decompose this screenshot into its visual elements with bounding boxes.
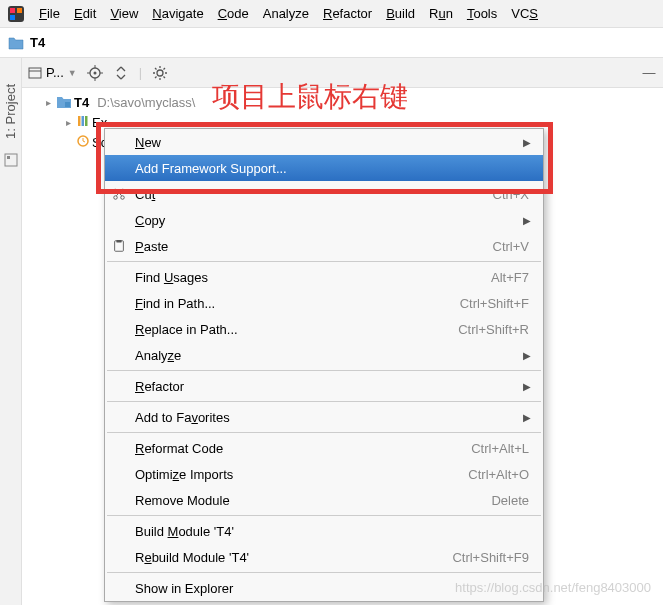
app-icon — [8, 6, 24, 22]
structure-icon[interactable] — [4, 153, 18, 167]
svg-line-23 — [116, 189, 122, 196]
chevron-right-icon: ▶ — [523, 350, 535, 361]
rail-project-tab[interactable]: 1: Project — [1, 78, 20, 145]
context-menu-separator — [107, 370, 541, 371]
ctx-item-shortcut: Ctrl+Shift+F — [460, 296, 535, 311]
ctx-item-label: Remove Module — [135, 493, 491, 508]
left-rail: 1: Project — [0, 58, 22, 605]
ctx-item-shortcut: Alt+F7 — [491, 270, 535, 285]
path-project[interactable]: T4 — [30, 35, 45, 50]
context-menu-separator — [107, 432, 541, 433]
svg-rect-5 — [7, 156, 10, 159]
ctx-item-label: Optimize Imports — [135, 467, 468, 482]
menu-edit[interactable]: Edit — [67, 4, 103, 23]
ctx-item-shortcut: Ctrl+Shift+F9 — [452, 550, 535, 565]
collapse-icon[interactable]: — — [641, 65, 657, 81]
svg-point-9 — [93, 71, 96, 74]
chevron-right-icon: ▶ — [523, 381, 535, 392]
context-menu-separator — [107, 572, 541, 573]
ctx-item-shortcut: Ctrl+Alt+O — [468, 467, 535, 482]
ctx-item-label: Find in Path... — [135, 296, 460, 311]
watermark: https://blog.csdn.net/feng8403000 — [455, 580, 651, 595]
ctx-add-framework-support[interactable]: Add Framework Support... — [105, 155, 543, 181]
path-bar: T4 — [0, 28, 663, 58]
menubar: FileEditViewNavigateCodeAnalyzeRefactorB… — [0, 0, 663, 28]
svg-rect-18 — [85, 116, 88, 126]
ctx-rebuild-module-t4[interactable]: Rebuild Module 'T4'Ctrl+Shift+F9 — [105, 544, 543, 570]
chevron-right-icon: ▶ — [523, 412, 535, 423]
scratch-icon — [76, 134, 90, 151]
ctx-item-shortcut: Ctrl+Alt+L — [471, 441, 535, 456]
ctx-item-label: New — [135, 135, 523, 150]
ctx-item-label: Build Module 'T4' — [135, 524, 535, 539]
menu-vcs[interactable]: VCS — [504, 4, 545, 23]
chevron-right-icon: ▶ — [523, 137, 535, 148]
ctx-paste[interactable]: PasteCtrl+V — [105, 233, 543, 259]
svg-point-20 — [114, 196, 118, 200]
ctx-item-label: Copy — [135, 213, 523, 228]
svg-line-22 — [116, 189, 122, 196]
menu-build[interactable]: Build — [379, 4, 422, 23]
ctx-item-label: Reformat Code — [135, 441, 471, 456]
ctx-build-module-t4[interactable]: Build Module 'T4' — [105, 518, 543, 544]
menu-run[interactable]: Run — [422, 4, 460, 23]
menu-navigate[interactable]: Navigate — [145, 4, 210, 23]
menu-view[interactable]: View — [103, 4, 145, 23]
ctx-item-label: Refactor — [135, 379, 523, 394]
svg-point-21 — [121, 196, 125, 200]
ctx-item-label: Analyze — [135, 348, 523, 363]
menu-file[interactable]: File — [32, 4, 67, 23]
ctx-item-label: Add Framework Support... — [135, 161, 535, 176]
menu-analyze[interactable]: Analyze — [256, 4, 316, 23]
ctx-item-label: Cut — [135, 187, 493, 202]
chevron-right-icon: ▶ — [523, 215, 535, 226]
ctx-optimize-imports[interactable]: Optimize ImportsCtrl+Alt+O — [105, 461, 543, 487]
svg-rect-1 — [10, 8, 15, 13]
module-icon — [56, 95, 72, 109]
svg-rect-2 — [10, 15, 15, 20]
ctx-item-shortcut: Ctrl+Shift+R — [458, 322, 535, 337]
ctx-remove-module[interactable]: Remove ModuleDelete — [105, 487, 543, 513]
ctx-item-label: Paste — [135, 239, 493, 254]
svg-rect-6 — [29, 68, 41, 78]
ctx-reformat-code[interactable]: Reformat CodeCtrl+Alt+L — [105, 435, 543, 461]
ctx-item-shortcut: Ctrl+V — [493, 239, 535, 254]
context-menu-separator — [107, 401, 541, 402]
menu-code[interactable]: Code — [211, 4, 256, 23]
svg-rect-3 — [17, 8, 22, 13]
ctx-copy[interactable]: Copy▶ — [105, 207, 543, 233]
ctx-item-label: Replace in Path... — [135, 322, 458, 337]
gear-icon[interactable] — [152, 65, 168, 81]
cut-icon — [111, 186, 127, 202]
ctx-item-shortcut: Delete — [491, 493, 535, 508]
ctx-find-usages[interactable]: Find UsagesAlt+F7 — [105, 264, 543, 290]
lib-icon — [76, 114, 90, 131]
svg-rect-17 — [82, 116, 85, 126]
ctx-replace-in-path[interactable]: Replace in Path...Ctrl+Shift+R — [105, 316, 543, 342]
ctx-analyze[interactable]: Analyze▶ — [105, 342, 543, 368]
ctx-item-shortcut: Ctrl+X — [493, 187, 535, 202]
ctx-item-label: Add to Favorites — [135, 410, 523, 425]
chevron-down-icon[interactable]: ▸ — [42, 97, 54, 108]
svg-rect-15 — [65, 102, 70, 107]
ctx-cut[interactable]: CutCtrl+X — [105, 181, 543, 207]
chevron-right-icon[interactable]: ▸ — [62, 117, 74, 128]
target-icon[interactable] — [87, 65, 103, 81]
context-menu-separator — [107, 261, 541, 262]
ctx-refactor[interactable]: Refactor▶ — [105, 373, 543, 399]
ctx-item-label: Find Usages — [135, 270, 491, 285]
ctx-new[interactable]: New▶ — [105, 129, 543, 155]
ctx-find-in-path[interactable]: Find in Path...Ctrl+Shift+F — [105, 290, 543, 316]
folder-icon — [8, 36, 24, 50]
svg-rect-4 — [5, 154, 17, 166]
context-menu-separator — [107, 515, 541, 516]
panel-title[interactable]: P... ▼ — [28, 65, 77, 80]
annotation-text: 项目上鼠标右键 — [212, 78, 408, 116]
ctx-add-to-favorites[interactable]: Add to Favorites▶ — [105, 404, 543, 430]
paste-icon — [111, 238, 127, 254]
expand-icon[interactable] — [113, 65, 129, 81]
menu-refactor[interactable]: Refactor — [316, 4, 379, 23]
svg-point-14 — [157, 70, 163, 76]
svg-rect-25 — [116, 240, 121, 243]
menu-tools[interactable]: Tools — [460, 4, 504, 23]
